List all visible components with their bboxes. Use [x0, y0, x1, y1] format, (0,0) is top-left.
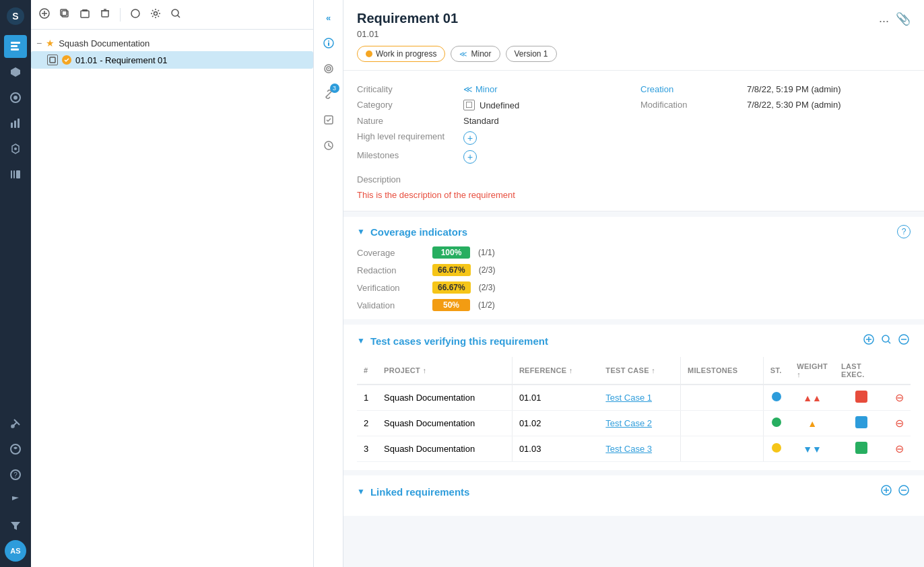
test-case-3-link[interactable]: Test Case 3: [605, 444, 652, 454]
criticality-label: Minor: [471, 49, 491, 59]
nav-help[interactable]: ?: [4, 463, 27, 486]
copy-button[interactable]: [57, 5, 73, 24]
coverage-help-button[interactable]: ?: [897, 225, 911, 238]
tree-root-item[interactable]: − ★ Squash Documentation: [31, 35, 313, 51]
verify-tab[interactable]: [317, 108, 341, 132]
remove-test-case-button[interactable]: [897, 333, 911, 349]
test-cases-table: # PROJECT ↑ REFERENCE ↑ TEST CASE ↑ MILE…: [357, 357, 911, 462]
creation-label: Creation: [640, 84, 741, 94]
milestones-label: Milestones: [357, 150, 458, 160]
svg-point-7: [13, 96, 18, 100]
col-test-case: TEST CASE ↑: [599, 357, 680, 385]
coverage-pct-badge: 100%: [432, 246, 470, 259]
detail-badges: Work in progress ≪ Minor Version 1: [357, 46, 911, 62]
detail-subtitle: 01.01: [357, 29, 911, 39]
svg-rect-29: [102, 11, 108, 17]
modification-value: 7/8/22, 5:30 PM (admin): [747, 100, 840, 110]
criticality-badge[interactable]: ≪ Minor: [451, 46, 500, 62]
links-tab[interactable]: 3: [317, 82, 341, 106]
svg-text:S: S: [12, 11, 18, 22]
svg-rect-3: [11, 45, 18, 47]
delete-button[interactable]: [97, 5, 113, 24]
paperclip-icon[interactable]: 📎: [896, 11, 911, 26]
remove-row1-button[interactable]: ⊖: [895, 392, 904, 403]
row2-weight: ▲: [790, 411, 834, 436]
row1-weight: ▲▲: [790, 385, 834, 411]
col-milestones: MILESTONES: [680, 357, 763, 385]
high-level-label: High level requirement: [357, 131, 458, 141]
linked-chevron-icon: ▼: [357, 487, 365, 496]
tree-toolbar: [31, 0, 313, 30]
nav-test-cases[interactable]: [4, 61, 27, 84]
modification-row: Modification 7/8/22, 5:30 PM (admin): [640, 97, 911, 112]
remove-linked-req-button[interactable]: [897, 483, 911, 500]
svg-point-42: [328, 68, 329, 69]
coverage-coverage-row: Coverage 100% (1/1): [357, 246, 911, 259]
category-icon: ☐: [463, 100, 475, 110]
nav-filter[interactable]: [4, 514, 27, 537]
info-tab[interactable]: [317, 31, 341, 55]
weight-icon-2: ▲: [807, 418, 817, 429]
user-avatar[interactable]: AS: [5, 540, 26, 562]
svg-rect-13: [13, 170, 15, 178]
tree-panel: − ★ Squash Documentation 01.01 - Require…: [31, 0, 314, 567]
nav-reports[interactable]: [4, 112, 27, 135]
remove-row2-button[interactable]: ⊖: [895, 418, 904, 429]
nav-bugtracker[interactable]: [4, 438, 27, 461]
description-text: This is the description of the requireme…: [357, 190, 911, 200]
weight-icon-1: ▲▲: [803, 393, 822, 403]
svg-rect-2: [11, 42, 20, 44]
add-linked-req-button[interactable]: [880, 483, 893, 500]
svg-marker-21: [11, 522, 20, 530]
row3-action: ⊖: [888, 436, 911, 462]
add-milestone-button[interactable]: +: [463, 150, 477, 164]
row2-test-case: Test Case 2: [599, 411, 680, 436]
target-tab[interactable]: [317, 57, 341, 81]
col-project: PROJECT ↑: [377, 357, 512, 385]
search-button[interactable]: [168, 5, 184, 24]
info-section: Criticality ≪ Minor Category ☐ Undefined: [343, 71, 924, 211]
row3-ref: 01.03: [512, 436, 599, 462]
test-case-1-link[interactable]: Test Case 1: [605, 393, 652, 403]
high-level-row: High level requirement +: [357, 129, 627, 147]
paste-button[interactable]: [77, 5, 93, 24]
category-field-value: ☐ Undefined: [463, 100, 519, 110]
row2-exec: [834, 411, 888, 436]
nav-requirements[interactable]: [4, 35, 27, 58]
status-label: Work in progress: [376, 49, 436, 59]
settings-button[interactable]: [147, 5, 164, 24]
criticality-field-value: ≪ Minor: [463, 84, 498, 94]
search-test-cases-button[interactable]: [880, 333, 893, 349]
main-content: « 3: [314, 0, 924, 567]
nav-libraries[interactable]: [4, 163, 27, 186]
verification-detail: (2/3): [479, 283, 496, 292]
remove-row3-button[interactable]: ⊖: [895, 443, 904, 455]
coverage-section: ▼ Coverage indicators ? Coverage 100% (1…: [343, 217, 924, 319]
table-row: 3 Squash Documentation 01.03 Test Case 3…: [357, 436, 911, 462]
new-item-button[interactable]: [36, 5, 53, 24]
tree-requirement-item[interactable]: 01.01 - Requirement 01: [31, 51, 313, 69]
collapse-panel-button[interactable]: «: [317, 5, 341, 30]
test-case-2-link[interactable]: Test Case 2: [605, 418, 652, 428]
add-test-case-button[interactable]: [862, 333, 876, 349]
links-badge: 3: [330, 84, 339, 93]
history-tab[interactable]: [317, 133, 341, 158]
sync-button[interactable]: [127, 5, 143, 24]
nav-automation[interactable]: [4, 137, 27, 160]
version-badge[interactable]: Version 1: [506, 46, 557, 62]
nav-campaigns[interactable]: [4, 86, 27, 109]
weight-icon-3: ▼▼: [803, 444, 822, 455]
svg-rect-10: [18, 119, 20, 128]
status-badge[interactable]: Work in progress: [357, 46, 445, 62]
description-label: Description: [357, 174, 911, 185]
status-dot-2: [772, 418, 781, 427]
more-options-button[interactable]: ...: [879, 11, 889, 26]
nav-tools[interactable]: [4, 412, 27, 435]
add-high-level-button[interactable]: +: [463, 131, 477, 145]
col-last-exec: LAST EXEC.: [834, 357, 888, 385]
minus-icon: −: [36, 38, 42, 48]
milestones-row: Milestones +: [357, 147, 627, 166]
app-logo: S: [5, 5, 26, 27]
nav-flag[interactable]: [4, 489, 27, 512]
svg-rect-12: [11, 170, 12, 178]
